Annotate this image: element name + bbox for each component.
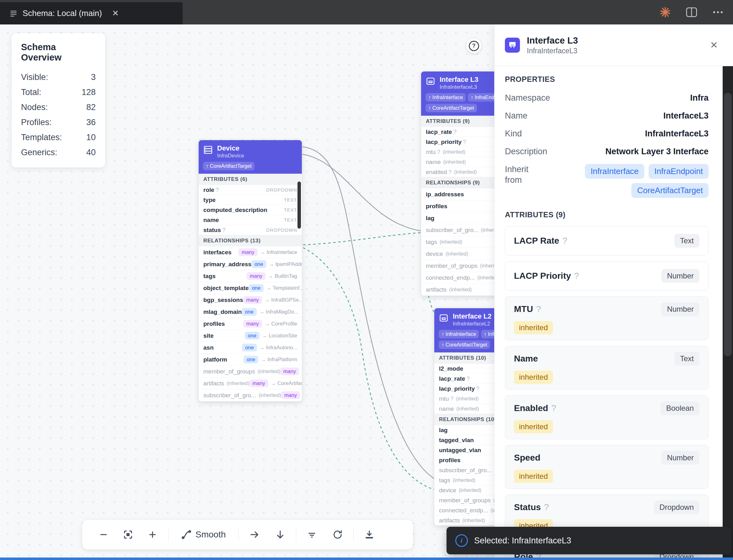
node-scrollbar[interactable]: [297, 182, 301, 229]
node-kind: InfraDevice: [217, 152, 244, 159]
window-bottom-accent-bar: [0, 557, 733, 560]
inherit-badge[interactable]: ↑ CoreArtifactTarget: [439, 341, 490, 349]
layout-vertical-button[interactable]: [273, 527, 288, 542]
toolbar-divider: [168, 527, 168, 542]
inherit-badge[interactable]: ↑ CoreArtifactTarget: [203, 162, 254, 170]
rel-row[interactable]: member_of_groups(inherited)many→ CoreGro…: [199, 366, 302, 378]
server-icon: [203, 145, 213, 155]
question-icon: ?: [469, 41, 479, 51]
help-button[interactable]: ?: [466, 38, 481, 53]
overview-row-profiles: Profiles:36: [21, 115, 96, 130]
toolbar-divider: [353, 527, 353, 542]
panel-body: PROPERTIES NamespaceInfra NameInterfaceL…: [495, 66, 723, 560]
panel-title: Interface L3: [527, 35, 708, 46]
rel-row[interactable]: artifacts(inherited)many→ CoreArtifact: [199, 378, 302, 389]
relationships-section-header: RELATIONSHIPS (13): [199, 235, 302, 246]
rel-row[interactable]: platformone→ InfraPlatform: [199, 354, 302, 366]
rel-row[interactable]: primary_addressone→ IpamIPAddr...: [199, 258, 302, 270]
tab-schema-local-main[interactable]: Schema: Local (main) ✕: [0, 2, 183, 24]
details-panel: Interface L3 InfraInterfaceL3 ✕ PROPERTI…: [494, 24, 733, 560]
inherited-badge: inherited: [514, 420, 553, 433]
filter-button[interactable]: [304, 527, 319, 542]
split-panel-icon[interactable]: [685, 5, 698, 19]
layout-horizontal-button[interactable]: [247, 527, 262, 542]
inherit-badge[interactable]: ↑ InfraInterface: [426, 93, 466, 102]
refresh-button[interactable]: [330, 527, 345, 542]
tab-close-icon[interactable]: ✕: [110, 8, 121, 19]
attr-row[interactable]: nameTEXT: [199, 215, 302, 225]
prop-row-name: NameInterfaceL3: [505, 110, 709, 121]
attribute-card-enabled[interactable]: Enabled?Boolean inherited: [505, 395, 709, 439]
type-badge: Number: [661, 269, 699, 283]
ethernet-port-icon: [426, 76, 436, 86]
attributes-section-header: ATTRIBUTES (6): [199, 174, 302, 185]
rel-row[interactable]: tagsmany→ BuiltinTag: [199, 270, 302, 282]
attr-row[interactable]: typeTEXT: [199, 195, 302, 205]
zoom-in-button[interactable]: [145, 527, 160, 542]
type-badge: Text: [674, 234, 699, 248]
inherit-from-badge[interactable]: InfraEndpoint: [649, 164, 709, 179]
type-badge: Text: [674, 352, 699, 366]
edge-device-l3: [302, 154, 422, 231]
rel-row[interactable]: siteone→ LocationSite: [199, 330, 302, 342]
type-badge: Number: [661, 302, 699, 316]
inherited-badge: inherited: [514, 321, 553, 334]
inherit-from-badge[interactable]: InfraInterface: [585, 164, 644, 179]
device-node-header[interactable]: Device InfraDevice ↑ CoreArtifactTarget: [199, 140, 302, 174]
rel-row[interactable]: interfacesmany→ InfraInterface: [199, 246, 302, 258]
edge-device-l2: [302, 147, 435, 479]
attr-row[interactable]: role?DROPDOWN: [199, 185, 302, 195]
toolbar-divider: [296, 527, 296, 542]
inherit-badge[interactable]: ↑ InfraInterface: [439, 330, 479, 338]
rel-row[interactable]: subscriber_of_gro...(inherited)many→ Cor…: [199, 389, 302, 401]
download-button[interactable]: [362, 527, 377, 542]
rel-row[interactable]: bgp_sessionsmany→ InfraBGPSe...: [199, 294, 302, 306]
panel-close-icon[interactable]: ✕: [708, 38, 720, 52]
app-logo-starburst-icon[interactable]: [658, 5, 672, 19]
overview-row-visible: Visible:3: [21, 70, 96, 85]
schema-overview-card: Schema Overview Visible:3 Total:128 Node…: [12, 33, 105, 167]
prop-row-description: DescriptionNetwork Layer 3 Interface: [505, 146, 709, 157]
inherit-from-badge[interactable]: CoreArtifactTarget: [631, 183, 709, 198]
fit-view-button[interactable]: [120, 527, 135, 542]
prop-row-kind: KindInfraInterfaceL3: [505, 128, 709, 139]
prop-row-inherit-from: Inherit from InfraInterface InfraEndpoin…: [505, 164, 709, 198]
type-badge: Number: [661, 451, 699, 465]
panel-scrollbar-thumb[interactable]: [724, 93, 732, 356]
zoom-out-button[interactable]: [96, 527, 111, 542]
edge-interfaces-l3: [303, 233, 422, 245]
ethernet-port-icon: [508, 40, 517, 50]
node-device[interactable]: Device InfraDevice ↑ CoreArtifactTarget …: [198, 140, 302, 402]
ethernet-port-icon: [439, 313, 449, 323]
attr-row[interactable]: computed_descriptionTEXT: [199, 205, 302, 215]
overview-row-templates: Templates:10: [21, 130, 96, 145]
attribute-card-mtu[interactable]: MTU?Number inherited: [505, 296, 709, 340]
inherited-badge: inherited: [514, 371, 553, 384]
rel-row[interactable]: object_templateone→ TemplateInf...: [199, 282, 302, 294]
more-options-icon[interactable]: [711, 5, 725, 19]
overview-row-total: Total:128: [21, 85, 96, 100]
attribute-card-speed[interactable]: SpeedNumber inherited: [505, 445, 709, 489]
smooth-label: Smooth: [195, 530, 226, 540]
properties-heading: PROPERTIES: [505, 75, 709, 84]
panel-kind: InfraInterfaceL3: [527, 46, 708, 55]
smooth-edges-button[interactable]: Smooth: [177, 527, 230, 542]
interface-icon-tile: [505, 38, 520, 53]
type-badge: Boolean: [661, 401, 699, 415]
schema-list-icon: [9, 9, 18, 18]
inherited-badge: inherited: [514, 470, 553, 483]
overview-row-nodes: Nodes:82: [21, 100, 96, 115]
inherit-badge[interactable]: ↑ CoreArtifactTarget: [426, 104, 477, 112]
attribute-card-lacp-priority[interactable]: LACP Priority?Number: [505, 261, 709, 291]
attr-row[interactable]: status?DROPDOWN: [199, 225, 302, 235]
prop-row-namespace: NamespaceInfra: [505, 92, 709, 103]
attribute-card-lacp-rate[interactable]: LACP Rate?Text: [505, 226, 709, 256]
rel-row[interactable]: profilesmany→ CoreProfile: [199, 318, 302, 330]
node-title: Device: [217, 144, 244, 152]
rel-row[interactable]: asnone→ InfraAutono...: [199, 342, 302, 354]
type-badge: Dropdown: [654, 500, 699, 514]
panel-scrollbar-track[interactable]: [723, 66, 733, 560]
attribute-card-name[interactable]: NameText inherited: [505, 346, 709, 390]
rel-row[interactable]: mlag_domainone→ InfraMlagDo...: [199, 306, 302, 318]
toolbar-divider: [238, 527, 239, 542]
